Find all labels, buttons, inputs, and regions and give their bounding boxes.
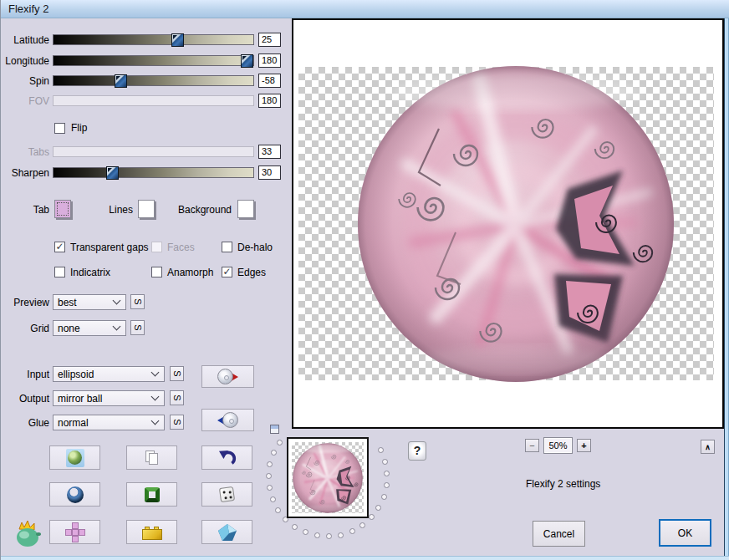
preset-dot[interactable] xyxy=(271,450,277,456)
window-right-border xyxy=(724,18,729,556)
spin-render-button[interactable] xyxy=(201,409,254,431)
spin-slider[interactable] xyxy=(53,75,254,86)
tabs-label: Tabs xyxy=(1,147,49,158)
preview-combo[interactable]: best xyxy=(53,294,126,310)
window-title: Flexify 2 xyxy=(1,0,729,18)
preview-combo-value: best xyxy=(58,297,114,308)
preset-dot[interactable] xyxy=(384,482,390,488)
title-bar[interactable]: Flexify 2 xyxy=(1,0,729,18)
preview-shuffle-button[interactable]: S xyxy=(130,294,145,309)
sharpen-slider[interactable] xyxy=(53,167,254,178)
zoom-out-button[interactable]: − xyxy=(525,439,539,452)
unfold-cross-icon xyxy=(65,522,85,542)
spin-value[interactable]: -58 xyxy=(258,74,281,88)
cancel-button[interactable]: Cancel xyxy=(533,521,585,547)
collapse-button[interactable]: ∧ xyxy=(701,440,715,454)
preset-dot[interactable] xyxy=(292,524,298,530)
randomize-button[interactable] xyxy=(201,482,252,507)
preset-dot[interactable] xyxy=(267,485,273,491)
longitude-slider-thumb[interactable] xyxy=(241,54,253,68)
tab-color-swatch[interactable] xyxy=(54,200,71,218)
render-button[interactable] xyxy=(201,365,254,388)
transparent-gaps-label: Transparent gaps xyxy=(70,242,149,253)
input-shuffle-button[interactable]: S xyxy=(170,366,184,381)
flip-checkbox[interactable] xyxy=(54,123,65,134)
load-image-button[interactable] xyxy=(49,445,100,470)
flaming-pear-logo[interactable] xyxy=(13,519,44,550)
lines-color-swatch[interactable] xyxy=(138,200,155,218)
brick-icon xyxy=(142,529,162,540)
preset-dot[interactable] xyxy=(382,459,388,465)
longitude-value[interactable]: 180 xyxy=(258,53,281,68)
edges-checkbox[interactable]: ✓ xyxy=(222,267,232,277)
input-combo-value: ellipsoid xyxy=(58,369,152,380)
fov-label: FOV xyxy=(1,96,49,107)
preset-dot[interactable] xyxy=(267,461,273,467)
zoom-level: 50% xyxy=(543,437,573,454)
preset-dot[interactable] xyxy=(270,496,276,502)
window-bottom-border xyxy=(1,556,729,560)
preset-dot[interactable] xyxy=(275,507,281,513)
fov-value[interactable]: 180 xyxy=(258,94,281,108)
ok-button[interactable]: OK xyxy=(659,519,711,547)
background-color-swatch[interactable] xyxy=(237,200,254,218)
longitude-slider[interactable] xyxy=(53,55,254,66)
caret-up-icon: ∧ xyxy=(705,443,711,451)
output-shuffle-button[interactable]: S xyxy=(170,390,184,405)
preset-dot[interactable] xyxy=(375,505,381,511)
preview-thumbnail[interactable] xyxy=(287,437,369,518)
preset-dot[interactable] xyxy=(326,533,332,539)
undo-button[interactable] xyxy=(201,445,252,470)
thumbnail-ball-image xyxy=(293,443,363,513)
square-ring-icon xyxy=(145,487,160,502)
flaming-pear-logo-icon xyxy=(13,519,44,550)
transparent-gaps-checkbox[interactable]: ✓ xyxy=(54,242,65,252)
glue-shuffle-button[interactable]: S xyxy=(170,415,184,430)
preset-dot[interactable] xyxy=(314,532,320,538)
sharpen-slider-thumb[interactable] xyxy=(106,166,119,180)
dehalo-checkbox[interactable] xyxy=(222,242,232,252)
spin-slider-thumb[interactable] xyxy=(115,74,127,88)
preset-dot[interactable] xyxy=(277,440,283,445)
preset-dot[interactable] xyxy=(384,471,390,476)
glue-combo[interactable]: normal xyxy=(53,415,165,430)
preset-dot[interactable] xyxy=(381,494,387,500)
grid-combo[interactable]: none xyxy=(53,320,126,336)
help-button[interactable]: ? xyxy=(408,441,426,461)
preset-dot[interactable] xyxy=(359,522,365,528)
gem-preset-button[interactable] xyxy=(201,520,252,544)
minus-icon: − xyxy=(529,440,534,451)
tab-swatch-label: Tab xyxy=(1,205,49,216)
unfold-button[interactable] xyxy=(49,520,100,544)
preset-dot[interactable] xyxy=(349,528,355,534)
latitude-slider-thumb[interactable] xyxy=(171,33,184,47)
sharpen-value[interactable]: 30 xyxy=(258,165,281,180)
preset-dot[interactable] xyxy=(266,473,272,479)
anamorph-checkbox[interactable] xyxy=(151,267,162,277)
preset-dot[interactable] xyxy=(378,447,384,453)
thumbnail-checkerboard xyxy=(292,442,364,513)
copy-settings-button[interactable] xyxy=(126,445,177,470)
input-combo[interactable]: ellipsoid xyxy=(53,366,165,382)
fov-slider xyxy=(53,95,254,106)
latitude-slider[interactable] xyxy=(53,34,254,45)
indicatrix-checkbox[interactable] xyxy=(54,267,65,277)
preset-dot[interactable] xyxy=(303,529,308,535)
preset-dot[interactable] xyxy=(369,514,375,520)
torus-icon xyxy=(67,486,84,503)
tabs-value[interactable]: 33 xyxy=(258,145,281,159)
block-preset-button[interactable] xyxy=(126,520,177,544)
background-swatch-label: Background xyxy=(166,205,232,216)
latitude-value[interactable]: 25 xyxy=(258,33,281,47)
output-combo[interactable]: mirror ball xyxy=(53,390,165,406)
edges-label: Edges xyxy=(237,267,266,278)
grid-shuffle-button[interactable]: S xyxy=(130,320,145,335)
torus-preset-button[interactable] xyxy=(49,482,100,507)
lines-swatch-label: Lines xyxy=(84,205,133,216)
zoom-in-button[interactable]: + xyxy=(577,439,591,452)
preset-dot[interactable] xyxy=(338,532,344,538)
preview-ball-image xyxy=(357,65,675,383)
spin-label: Spin xyxy=(1,76,49,87)
cd-disc-icon xyxy=(217,369,233,384)
frame-preset-button[interactable] xyxy=(126,482,177,507)
